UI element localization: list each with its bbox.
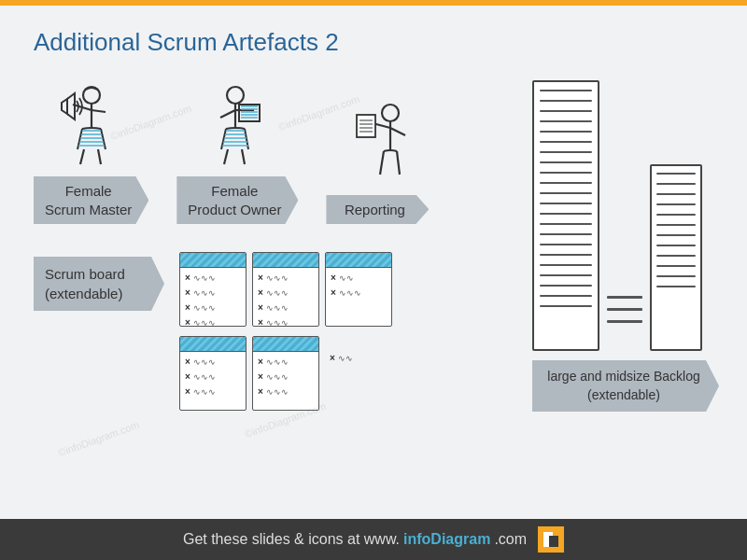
card-5: ×∿∿∿ ×∿∿∿ ×∿∿∿ xyxy=(252,336,319,411)
svg-rect-6 xyxy=(549,536,558,547)
b-line xyxy=(540,192,592,194)
female-scrum-master-item: Female Scrum Master xyxy=(34,79,148,224)
footer-text-suffix: .com xyxy=(494,531,527,548)
backlog-books xyxy=(532,80,719,351)
b-line xyxy=(656,203,696,205)
svg-rect-4 xyxy=(357,115,375,137)
scrum-master-label: Female Scrum Master xyxy=(34,176,148,224)
card-body-2: ×∿∿∿ ×∿∿∿ ×∿∿∿ ×∿∿∿ xyxy=(253,268,318,327)
scrum-board-label-area: Scrum board (extendable) xyxy=(34,257,164,311)
backlog-mid-lines xyxy=(652,166,700,294)
card-line: ×∿∿∿ xyxy=(258,357,314,367)
footer-brand: infoDiagram xyxy=(403,531,490,548)
b-line xyxy=(540,182,592,184)
b-line xyxy=(656,224,696,226)
card-line: ×∿∿∿ xyxy=(185,287,241,298)
card-line: ×∿∿∿ xyxy=(331,287,387,298)
card-line: ×∿∿∿ xyxy=(258,371,314,382)
b-line xyxy=(540,141,592,143)
card-body-5: ×∿∿∿ ×∿∿∿ ×∿∿∿ xyxy=(253,352,318,401)
loose-line-1: × ∿∿ xyxy=(330,353,353,363)
card-line: ×∿∿∿ xyxy=(258,386,314,397)
side-line xyxy=(607,296,642,299)
card-header-5 xyxy=(253,337,318,352)
reporting-icon xyxy=(335,98,419,191)
card-line: ×∿∿∿ xyxy=(185,357,241,367)
card-1: ×∿∿∿ ×∿∿∿ ×∿∿∿ ×∿∿∿ xyxy=(179,252,247,327)
b-line xyxy=(540,151,592,153)
side-line xyxy=(607,320,642,323)
main-content: Additional Scrum Artefacts 2 xyxy=(0,6,747,519)
b-line xyxy=(540,223,592,225)
backlog-large-lines xyxy=(534,82,598,315)
card-line: ×∿∿∿ xyxy=(258,317,314,327)
card-2: ×∿∿∿ ×∿∿∿ ×∿∿∿ ×∿∿∿ xyxy=(252,252,319,327)
card-line: ×∿∿ xyxy=(331,273,387,283)
b-line xyxy=(540,233,592,235)
b-line xyxy=(540,305,592,307)
backlog-section: large and midsize Backlog (extendable) xyxy=(532,80,719,412)
card-line: ×∿∿∿ xyxy=(185,317,241,327)
female-scrum-master-icon xyxy=(49,79,134,173)
backlog-mid xyxy=(650,164,702,351)
b-line xyxy=(656,193,696,195)
b-line xyxy=(540,161,592,163)
card-line: ×∿∿∿ xyxy=(185,386,241,397)
b-line xyxy=(540,213,592,215)
card-body-1: ×∿∿∿ ×∿∿∿ ×∿∿∿ ×∿∿∿ xyxy=(180,268,246,327)
female-product-owner-icon xyxy=(195,79,279,173)
scrum-cards-area: ×∿∿∿ ×∿∿∿ ×∿∿∿ ×∿∿∿ ×∿∿∿ ×∿∿∿ ×∿∿∿ ×∿∿∿ xyxy=(179,252,392,411)
b-line xyxy=(540,120,592,122)
b-line xyxy=(540,244,592,245)
b-line xyxy=(540,203,592,204)
b-line xyxy=(656,286,696,287)
b-line xyxy=(540,172,592,174)
b-line xyxy=(656,214,696,216)
card-4: ×∿∿∿ ×∿∿∿ ×∿∿∿ xyxy=(179,336,247,411)
scrum-board-section: Scrum board (extendable) ×∿∿∿ ×∿∿∿ ×∿∿∿ … xyxy=(34,252,392,411)
loose-lines: × ∿∿ xyxy=(330,353,353,411)
card-line: ×∿∿∿ xyxy=(185,302,241,313)
watermark-3: ©infoDiagram.com xyxy=(57,419,141,458)
card-line: ×∿∿∿ xyxy=(258,273,314,283)
card-header-3 xyxy=(326,253,391,268)
card-body-3: ×∿∿ ×∿∿∿ xyxy=(326,268,391,302)
reporting-label: Reporting xyxy=(326,195,429,225)
b-line xyxy=(540,285,592,287)
b-line xyxy=(656,183,696,185)
scrum-board-tag: Scrum board (extendable) xyxy=(34,257,164,311)
b-line xyxy=(656,234,696,236)
backlog-label: large and midsize Backlog (extendable) xyxy=(532,360,719,412)
b-line xyxy=(656,275,696,277)
b-line xyxy=(540,295,592,297)
b-line xyxy=(540,110,592,112)
card-line: ×∿∿∿ xyxy=(185,371,241,382)
reporting-item: Reporting xyxy=(326,98,429,225)
b-line xyxy=(656,255,696,257)
card-header-2 xyxy=(253,253,318,268)
card-line: ×∿∿∿ xyxy=(185,273,241,283)
b-line xyxy=(656,173,696,175)
female-product-owner-item: Female Product Owner xyxy=(176,79,298,224)
b-line xyxy=(540,274,592,276)
card-header-1 xyxy=(180,253,246,268)
b-line xyxy=(540,131,592,133)
footer: Get these slides & icons at www. infoDia… xyxy=(0,519,747,560)
b-line xyxy=(540,254,592,256)
side-lines xyxy=(607,296,642,323)
card-line: ×∿∿∿ xyxy=(258,287,314,298)
b-line xyxy=(540,264,592,266)
card-body-4: ×∿∿∿ ×∿∿∿ ×∿∿∿ xyxy=(180,352,246,401)
b-line xyxy=(656,245,696,246)
footer-text-prefix: Get these slides & icons at www. xyxy=(183,531,400,548)
footer-logo-box xyxy=(538,526,564,553)
card-line: ×∿∿∿ xyxy=(258,302,314,313)
svg-point-0 xyxy=(83,87,100,104)
cards-row-1: ×∿∿∿ ×∿∿∿ ×∿∿∿ ×∿∿∿ ×∿∿∿ ×∿∿∿ ×∿∿∿ ×∿∿∿ xyxy=(179,252,392,327)
b-line xyxy=(540,100,592,102)
card-3: ×∿∿ ×∿∿∿ xyxy=(325,252,392,327)
backlog-large xyxy=(532,80,599,351)
svg-point-1 xyxy=(227,87,244,104)
b-line xyxy=(656,265,696,267)
card-header-4 xyxy=(180,337,246,352)
